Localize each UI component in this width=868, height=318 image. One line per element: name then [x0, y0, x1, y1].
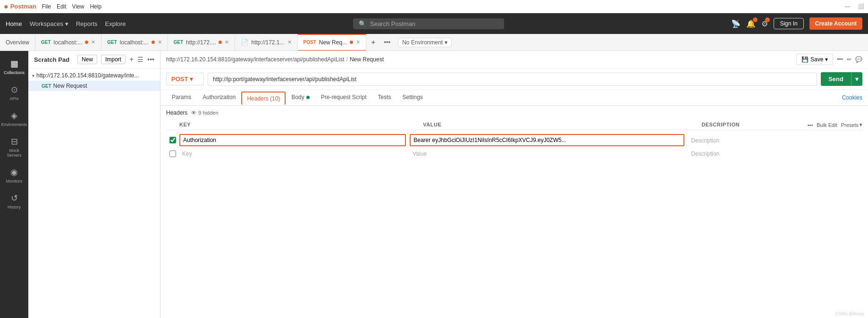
- tree-collection-item[interactable]: ▾ http://172.16.20.154:8810/gateway/inte…: [28, 70, 160, 81]
- desc-placeholder: Description: [688, 135, 722, 146]
- tab-more-button[interactable]: •••: [380, 39, 394, 46]
- tab-unsaved-dot: [350, 41, 353, 44]
- save-button[interactable]: 💾 Save ▾: [796, 54, 833, 65]
- nav-bar: Home Workspaces ▾ Reports Explore 🔍 Sear…: [0, 13, 868, 34]
- settings-gear-icon[interactable]: ⚙: [761, 19, 768, 28]
- nav-explore[interactable]: Explore: [105, 20, 126, 27]
- close-icon[interactable]: ✕: [91, 39, 95, 45]
- send-button[interactable]: Send ▾: [821, 72, 862, 86]
- left-panel: Scratch Pad New Import + ☰ ••• ▾ http://…: [28, 51, 160, 318]
- breadcrumb-actions: 💾 Save ▾ ••• ✏ 💬: [796, 54, 862, 65]
- tab-headers[interactable]: Headers (10): [241, 92, 286, 105]
- nav-home[interactable]: Home: [6, 20, 22, 27]
- nav-left: Home Workspaces ▾ Reports Explore: [6, 20, 126, 27]
- row-checkbox[interactable]: [169, 137, 176, 143]
- row-key-cell: [179, 134, 410, 146]
- close-icon[interactable]: ✕: [158, 39, 162, 45]
- tab-unsaved-dot: [152, 41, 155, 44]
- import-button[interactable]: Import: [101, 55, 126, 64]
- presets-chevron-icon: ▾: [860, 122, 862, 128]
- send-chevron-icon[interactable]: ▾: [851, 72, 862, 86]
- menu-edit[interactable]: Edit: [57, 3, 67, 10]
- add-collection-icon[interactable]: +: [129, 55, 134, 64]
- sidebar-item-monitors[interactable]: ◉ Monitors: [2, 163, 26, 187]
- history-icon: ↺: [11, 193, 18, 203]
- close-icon[interactable]: ✕: [356, 39, 360, 45]
- save-icon: 💾: [801, 56, 809, 63]
- menu-file[interactable]: File: [42, 3, 51, 10]
- sidebar: ▦ Collections ⊙ APIs ◈ Environments ⊟ Mo…: [0, 51, 28, 318]
- comment-icon[interactable]: 💬: [855, 56, 862, 63]
- sidebar-item-mock-servers[interactable]: ⊟ Mock Servers: [2, 133, 26, 161]
- sidebar-item-apis[interactable]: ⊙ APIs: [2, 81, 26, 105]
- more-options-icon[interactable]: •••: [808, 122, 813, 128]
- no-environment-selector[interactable]: No Environment ▾: [398, 38, 452, 47]
- sidebar-item-collections[interactable]: ▦ Collections: [2, 55, 26, 79]
- row-key-cell-empty: Key: [179, 150, 410, 157]
- nav-workspaces[interactable]: Workspaces ▾: [30, 20, 68, 27]
- tab-get-172[interactable]: GET http://172.... ✕: [168, 34, 236, 51]
- row-checkbox-wrapper-empty: [166, 151, 179, 157]
- create-account-button[interactable]: Create Account: [809, 17, 862, 30]
- left-panel-header: Scratch Pad New Import + ☰ •••: [28, 51, 160, 68]
- tab-params[interactable]: Params: [166, 90, 197, 105]
- monitors-icon: ◉: [10, 167, 18, 177]
- settings-badge: [765, 17, 770, 22]
- sidebar-item-history[interactable]: ↺ History: [2, 189, 26, 213]
- value-input[interactable]: [410, 134, 684, 146]
- notification-badge: [753, 17, 758, 22]
- menu-view[interactable]: View: [72, 3, 84, 10]
- tab-method-get: GET: [174, 40, 184, 45]
- nav-right: 📡 🔔 ⚙ Sign In Create Account: [731, 17, 862, 30]
- sidebar-item-environments[interactable]: ◈ Environments: [2, 107, 26, 131]
- close-icon[interactable]: ✕: [287, 39, 292, 45]
- tab-get-localhost-2[interactable]: GET localhost:... ✕: [101, 34, 168, 51]
- tab-overview[interactable]: Overview: [0, 34, 35, 51]
- new-button[interactable]: New: [77, 55, 97, 64]
- tab-doc-172[interactable]: 📄 http://172.1... ✕: [235, 34, 297, 51]
- tab-unsaved-dot: [85, 41, 88, 44]
- tab-post-new-request[interactable]: POST New Req... ✕: [298, 34, 367, 51]
- headers-table-header: KEY VALUE DESCRIPTION ••• Bulk Edit Pres…: [166, 120, 862, 130]
- row-desc-cell: Description: [688, 137, 862, 144]
- menu-items: File Edit View Help: [42, 3, 102, 10]
- tree-request-item[interactable]: GET New Request: [28, 81, 160, 91]
- presets-button[interactable]: Presets ▾: [841, 122, 862, 128]
- tabs-bar: Overview GET localhost:... ✕ GET localho…: [0, 34, 868, 51]
- more-options-icon[interactable]: •••: [837, 56, 843, 63]
- row-checkbox-empty[interactable]: [169, 151, 176, 157]
- cookies-link[interactable]: Cookies: [842, 94, 862, 101]
- breadcrumb-current: New Request: [350, 56, 384, 63]
- tab-body[interactable]: Body: [286, 90, 315, 105]
- edit-icon[interactable]: ✏: [847, 56, 851, 63]
- nav-reports[interactable]: Reports: [76, 20, 98, 27]
- tab-method-get: GET: [41, 40, 51, 45]
- url-input[interactable]: [208, 73, 817, 86]
- sort-icon[interactable]: ☰: [137, 56, 143, 63]
- breadcrumb-url[interactable]: http://172.16.20.154:8810/gateway/interf…: [166, 56, 345, 63]
- satellite-icon[interactable]: 📡: [731, 19, 741, 28]
- row-desc-cell-empty: Description: [688, 150, 862, 157]
- row-value-cell: [410, 134, 688, 146]
- breadcrumb-separator: /: [346, 56, 348, 63]
- more-options-icon[interactable]: •••: [147, 56, 154, 63]
- hidden-headers-toggle[interactable]: 👁 9 hidden: [191, 110, 218, 116]
- method-selector[interactable]: POST ▾: [166, 73, 204, 85]
- bulk-edit-button[interactable]: Bulk Edit: [817, 122, 837, 128]
- sign-in-button[interactable]: Sign In: [774, 18, 803, 29]
- key-input[interactable]: [179, 134, 406, 146]
- notification-bell-icon[interactable]: 🔔: [746, 19, 756, 28]
- menu-help[interactable]: Help: [90, 3, 101, 10]
- tab-settings[interactable]: Settings: [397, 90, 429, 105]
- tab-add-button[interactable]: +: [366, 38, 380, 47]
- tab-get-localhost-1[interactable]: GET localhost:... ✕: [35, 34, 101, 51]
- row-value-cell-empty: Value: [410, 150, 688, 157]
- key-placeholder: Key: [179, 149, 195, 159]
- headers-title: Headers: [166, 109, 187, 116]
- tab-authorization[interactable]: Authorization: [197, 90, 241, 105]
- search-box[interactable]: 🔍 Search Postman: [353, 18, 504, 29]
- tab-tests[interactable]: Tests: [372, 90, 396, 105]
- tab-pre-request[interactable]: Pre-request Script: [315, 90, 372, 105]
- eye-icon: 👁: [191, 110, 196, 116]
- close-icon[interactable]: ✕: [225, 39, 229, 45]
